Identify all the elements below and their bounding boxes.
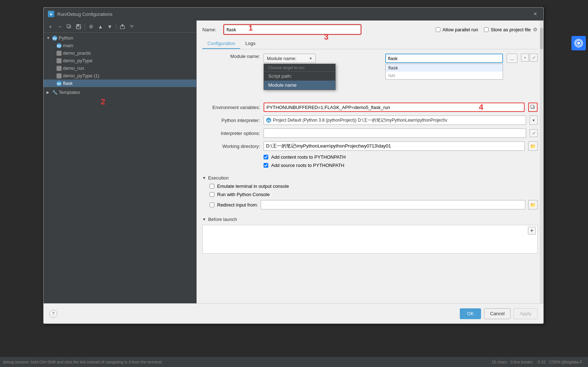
divider1	[85, 24, 85, 30]
help-button[interactable]: ?	[49, 310, 57, 318]
flask-icon: py	[57, 81, 62, 86]
add-source-roots-label: Add source roots to PYTHONPATH	[271, 163, 344, 168]
tree-item-label: demo_run	[63, 65, 84, 71]
tree-item-flask[interactable]: py flask	[44, 80, 196, 87]
dialog-title: Run/Debug Configurations	[57, 12, 112, 17]
gray-file-icon	[57, 51, 62, 56]
wrench-icon: 🔧	[52, 90, 57, 95]
allow-parallel-label: Allow parallel run	[443, 27, 478, 32]
annotation-4: 4	[479, 103, 483, 112]
add-button[interactable]: +	[46, 23, 54, 31]
module-suggestions: flask run	[385, 64, 503, 80]
dropdown-arrow-icon: ▼	[309, 56, 313, 60]
interpreter-label: Python interpreter:	[202, 118, 260, 123]
interpreter-text: Project Default (Python 3.8 (pythonProje…	[273, 117, 447, 123]
module-dropdown-text: Module name:	[267, 56, 296, 61]
gray-file-icon3	[57, 66, 62, 71]
execution-arrow: ▼	[202, 176, 206, 180]
settings-button[interactable]	[87, 23, 95, 31]
env-vars-label: Environment variables:	[202, 105, 260, 110]
dialog-footer: ? OK Cancel Apply	[44, 303, 543, 323]
before-launch-label: Before launch	[208, 217, 237, 222]
run-python-console-label: Run with Python Console	[217, 192, 270, 197]
remove-button[interactable]: −	[56, 23, 64, 31]
execution-label: Execution	[208, 175, 229, 181]
suggestion-run[interactable]: run	[386, 72, 503, 79]
cancel-button[interactable]: Cancel	[484, 308, 511, 319]
app-icon: ▶	[48, 11, 54, 17]
emulate-terminal-checkbox[interactable]	[210, 184, 214, 189]
blue-badge	[571, 36, 586, 50]
popup-item-script[interactable]: Script path:	[264, 72, 335, 81]
popup-item-module[interactable]: Module name	[264, 81, 335, 90]
status-text1: debug session; hold Ctrl+Shift and click…	[3, 360, 163, 364]
divider2	[116, 24, 116, 30]
svg-rect-5	[77, 24, 79, 26]
redirect-input-checkbox[interactable]	[210, 203, 214, 207]
interpreter-select[interactable]: py Project Default (Python 3.8 (pythonPr…	[264, 115, 526, 125]
env-vars-container	[264, 103, 525, 112]
python-root-item[interactable]: ▼ py Python	[44, 34, 196, 42]
copy-button[interactable]	[65, 23, 73, 31]
tree-item-demo-practic[interactable]: demo_practic	[44, 49, 196, 57]
expand-fullscreen-button[interactable]: ⤢	[530, 54, 538, 62]
module-value-input[interactable]	[386, 55, 503, 62]
gray-file-icon2	[57, 58, 62, 63]
right-scrollbar[interactable]	[540, 21, 543, 303]
svg-rect-6	[77, 27, 80, 29]
working-dir-input[interactable]	[264, 141, 525, 151]
run-python-console-checkbox[interactable]	[210, 192, 214, 197]
store-as-project-label: Store as project file	[491, 27, 531, 32]
copy-env-button[interactable]	[528, 103, 538, 112]
interp-expand-btn[interactable]: ⤢	[530, 129, 538, 137]
store-as-project-checkbox[interactable]	[484, 27, 489, 32]
tree-item-label: demo_practic	[63, 50, 91, 56]
left-toolbar: + −	[44, 21, 196, 33]
expand-arrow: ▼	[46, 36, 51, 40]
tab-logs[interactable]: Logs	[240, 38, 260, 49]
tree-item-demo-run[interactable]: demo_run	[44, 64, 196, 72]
env-vars-input[interactable]	[264, 104, 524, 111]
tree-item-label: main	[63, 43, 73, 48]
tree-item-label: flask	[63, 81, 73, 86]
svg-rect-3	[67, 24, 70, 27]
interpreter-dropdown-btn[interactable]: ▼	[530, 115, 538, 125]
templates-arrow: ▶	[46, 90, 51, 94]
ok-button[interactable]: OK	[460, 308, 481, 319]
working-dir-browse-btn[interactable]: 📁	[528, 141, 538, 151]
execution-section-header[interactable]: ▼ Execution	[202, 175, 538, 181]
before-launch-add-btn[interactable]: +	[528, 227, 536, 235]
annotation-3: 3	[324, 32, 328, 42]
templates-item[interactable]: ▶ 🔧 Templates	[44, 89, 196, 96]
suggestion-flask[interactable]: flask	[386, 64, 503, 72]
save-button[interactable]	[75, 23, 82, 31]
name-input[interactable]	[224, 25, 361, 34]
python-label: Python	[59, 35, 73, 41]
tab-configuration[interactable]: Configuration	[202, 38, 240, 49]
py-icon: py	[266, 118, 271, 123]
close-button[interactable]: ×	[531, 10, 539, 18]
module-name-label: Module name:	[202, 54, 260, 59]
add-content-roots-checkbox[interactable]	[264, 155, 268, 159]
tree-item-demo-pytype[interactable]: demo_pyType	[44, 57, 196, 64]
interp-options-input[interactable]	[264, 128, 526, 138]
annotation-2: 2	[101, 97, 105, 107]
interp-options-label: Interpreter options:	[202, 131, 260, 136]
ellipsis-button[interactable]: ...	[507, 54, 517, 63]
share-button[interactable]	[118, 23, 126, 31]
apply-button[interactable]: Apply	[513, 308, 538, 319]
store-gear-icon[interactable]: ⚙	[533, 27, 538, 32]
add-source-roots-checkbox[interactable]	[264, 163, 268, 168]
status-text4: -5:10	[537, 360, 546, 364]
expand-button[interactable]: +	[521, 54, 529, 62]
redirect-input-field[interactable]	[261, 200, 525, 209]
tree-item-demo-pytype2[interactable]: demo_pyType (1)	[44, 72, 196, 80]
before-launch-header[interactable]: ▼ Before launch	[202, 217, 538, 222]
move-up-button[interactable]: ▲	[96, 23, 104, 31]
move-down-button[interactable]: ▼	[106, 23, 114, 31]
tree-item-main[interactable]: py main	[44, 42, 196, 49]
module-dropdown[interactable]: Module name: ▼	[264, 54, 316, 63]
sort-button[interactable]	[128, 23, 136, 31]
allow-parallel-checkbox[interactable]	[436, 27, 440, 32]
redirect-browse-btn[interactable]: 📁	[528, 200, 538, 209]
